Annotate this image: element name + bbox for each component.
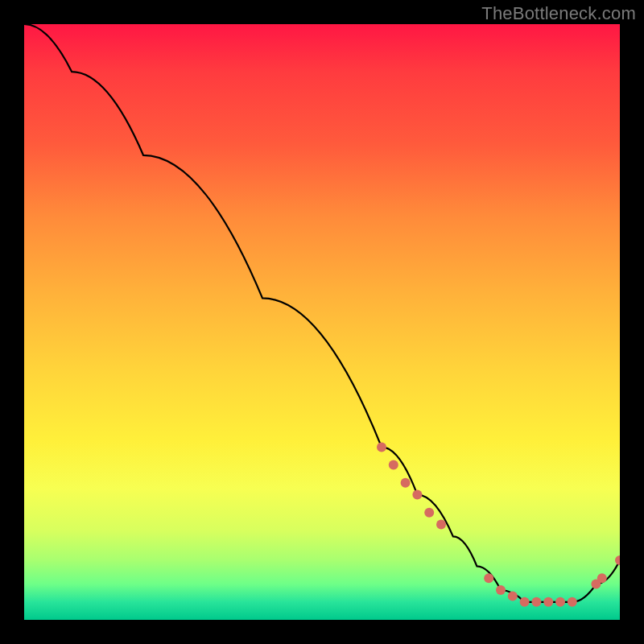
data-marker bbox=[555, 597, 565, 607]
data-marker bbox=[543, 597, 553, 607]
data-marker bbox=[436, 520, 446, 530]
chart-stage: TheBottleneck.com bbox=[0, 0, 644, 644]
marker-group bbox=[377, 442, 620, 606]
data-marker bbox=[520, 597, 530, 607]
watermark-text: TheBottleneck.com bbox=[481, 3, 636, 24]
data-marker bbox=[424, 508, 434, 518]
data-marker bbox=[496, 585, 506, 595]
bottleneck-curve bbox=[24, 24, 620, 602]
data-marker bbox=[377, 442, 386, 452]
data-marker bbox=[401, 478, 411, 488]
data-marker bbox=[615, 555, 620, 565]
data-marker bbox=[568, 597, 577, 607]
data-marker bbox=[597, 573, 607, 583]
data-marker bbox=[412, 490, 422, 500]
plot-area bbox=[24, 24, 620, 620]
data-marker bbox=[484, 573, 493, 583]
chart-svg bbox=[24, 24, 620, 620]
data-marker bbox=[508, 591, 518, 601]
data-marker bbox=[389, 460, 398, 470]
data-marker bbox=[531, 597, 541, 607]
